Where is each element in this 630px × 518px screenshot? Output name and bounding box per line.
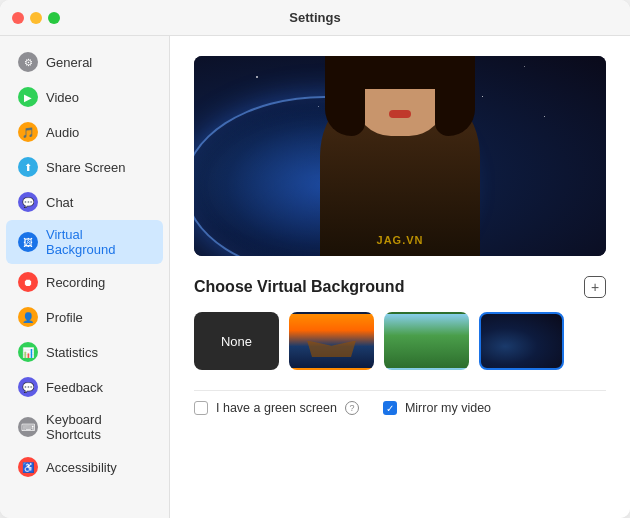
sidebar-item-statistics[interactable]: 📊Statistics (6, 335, 163, 369)
sidebar-label-general: General (46, 55, 92, 70)
green-screen-option: I have a green screen ? (194, 401, 359, 415)
close-button[interactable] (12, 12, 24, 24)
content-area: ⚙General▶Video🎵Audio⬆Share Screen💬Chat🖼V… (0, 36, 630, 518)
sidebar-item-share-screen[interactable]: ⬆Share Screen (6, 150, 163, 184)
sidebar-icon-feedback: 💬 (18, 377, 38, 397)
sidebar-label-recording: Recording (46, 275, 105, 290)
sidebar-label-video: Video (46, 90, 79, 105)
sidebar-item-chat[interactable]: 💬Chat (6, 185, 163, 219)
sidebar-icon-profile: 👤 (18, 307, 38, 327)
sidebar: ⚙General▶Video🎵Audio⬆Share Screen💬Chat🖼V… (0, 36, 170, 518)
sidebar-icon-chat: 💬 (18, 192, 38, 212)
sidebar-icon-general: ⚙ (18, 52, 38, 72)
main-content: JAG.VN Choose Virtual Background + None (170, 36, 630, 518)
sidebar-item-video[interactable]: ▶Video (6, 80, 163, 114)
sidebar-item-profile[interactable]: 👤Profile (6, 300, 163, 334)
green-screen-checkbox[interactable] (194, 401, 208, 415)
watermark: JAG.VN (377, 234, 424, 246)
sidebar-icon-recording: ⏺ (18, 272, 38, 292)
sidebar-label-accessibility: Accessibility (46, 460, 117, 475)
sidebar-icon-video: ▶ (18, 87, 38, 107)
maximize-button[interactable] (48, 12, 60, 24)
window-controls (12, 12, 60, 24)
background-bridge[interactable] (289, 312, 374, 370)
sidebar-icon-virtual-background: 🖼 (18, 232, 38, 252)
sidebar-icon-audio: 🎵 (18, 122, 38, 142)
background-none[interactable]: None (194, 312, 279, 370)
sidebar-item-audio[interactable]: 🎵Audio (6, 115, 163, 149)
mirror-video-label: Mirror my video (405, 401, 491, 415)
minimize-button[interactable] (30, 12, 42, 24)
sidebar-item-virtual-background[interactable]: 🖼Virtual Background (6, 220, 163, 264)
sidebar-label-profile: Profile (46, 310, 83, 325)
mirror-video-checkbox[interactable] (383, 401, 397, 415)
sidebar-label-feedback: Feedback (46, 380, 103, 395)
sidebar-label-keyboard-shortcuts: Keyboard Shortcuts (46, 412, 151, 442)
background-none-label: None (221, 334, 252, 349)
sidebar-label-share-screen: Share Screen (46, 160, 126, 175)
person-lips (389, 110, 411, 118)
title-bar: Settings (0, 0, 630, 36)
video-bg: JAG.VN (194, 56, 606, 256)
sidebar-icon-accessibility: ♿ (18, 457, 38, 477)
sidebar-label-audio: Audio (46, 125, 79, 140)
sidebar-icon-share-screen: ⬆ (18, 157, 38, 177)
sidebar-label-chat: Chat (46, 195, 73, 210)
sidebar-item-recording[interactable]: ⏺Recording (6, 265, 163, 299)
section-header: Choose Virtual Background + (194, 276, 606, 298)
window-title: Settings (289, 10, 340, 25)
person-body (320, 76, 480, 256)
sidebar-item-keyboard-shortcuts[interactable]: ⌨Keyboard Shortcuts (6, 405, 163, 449)
section-title: Choose Virtual Background (194, 278, 404, 296)
backgrounds-row: None (194, 312, 606, 370)
sidebar-label-virtual-background: Virtual Background (46, 227, 151, 257)
person-head (355, 56, 445, 136)
app-window: Settings ⚙General▶Video🎵Audio⬆Share Scre… (0, 0, 630, 518)
sidebar-label-statistics: Statistics (46, 345, 98, 360)
background-space[interactable] (479, 312, 564, 370)
sidebar-item-feedback[interactable]: 💬Feedback (6, 370, 163, 404)
sidebar-icon-statistics: 📊 (18, 342, 38, 362)
background-green[interactable] (384, 312, 469, 370)
person-hair-right (435, 56, 475, 136)
green-screen-label: I have a green screen (216, 401, 337, 415)
sidebar-icon-keyboard-shortcuts: ⌨ (18, 417, 38, 437)
person-hair-left (325, 56, 365, 136)
options-row: I have a green screen ? Mirror my video (194, 390, 606, 415)
sidebar-item-general[interactable]: ⚙General (6, 45, 163, 79)
video-preview: JAG.VN (194, 56, 606, 256)
add-background-button[interactable]: + (584, 276, 606, 298)
green-screen-help-icon[interactable]: ? (345, 401, 359, 415)
mirror-video-option: Mirror my video (383, 401, 491, 415)
sidebar-item-accessibility[interactable]: ♿Accessibility (6, 450, 163, 484)
